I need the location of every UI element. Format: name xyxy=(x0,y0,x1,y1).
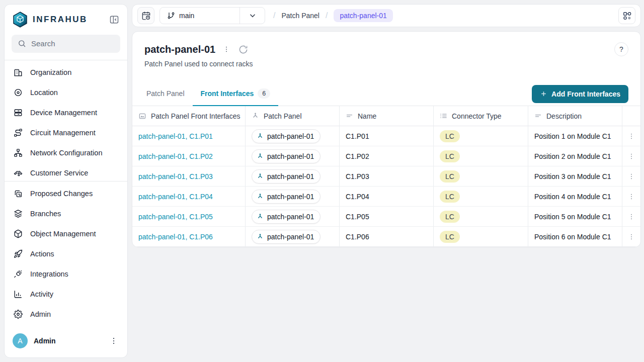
branch-selector-value[interactable]: main xyxy=(160,8,239,24)
kebab-icon xyxy=(109,336,118,345)
page-title: patch-panel-01 xyxy=(144,42,215,57)
sidebar-item-network-configuration[interactable]: Network Configuration xyxy=(9,143,123,163)
row-kebab-button[interactable] xyxy=(626,192,636,202)
hierarchy-icon xyxy=(257,233,264,240)
schema-visualizer-button[interactable] xyxy=(618,7,635,24)
table-row-cell-actions xyxy=(622,227,640,247)
sidebar-item-branches[interactable]: Branches xyxy=(9,204,123,224)
interface-link[interactable]: patch-panel-01, C1.P06 xyxy=(138,233,213,241)
sidebar-item-location[interactable]: Location xyxy=(9,82,123,103)
tab-label: Front Interfaces xyxy=(201,89,254,98)
sidebar-item-customer-service[interactable]: Customer Service xyxy=(9,163,123,181)
sidebar-item-label: Branches xyxy=(30,210,61,218)
server-icon xyxy=(14,108,23,117)
help-button[interactable]: ? xyxy=(614,42,628,56)
patch-panel-chip[interactable]: patch-panel-01 xyxy=(252,149,320,163)
branch-selector-toggle[interactable] xyxy=(239,8,265,24)
patch-panel-chip[interactable]: patch-panel-01 xyxy=(252,129,320,143)
interface-description: Position 3 on Module C1 xyxy=(534,172,611,180)
table-row-cell-actions xyxy=(622,187,640,207)
bar-chart-icon xyxy=(14,290,23,299)
connector-type-badge: LC xyxy=(440,231,460,243)
patch-panel-chip[interactable]: patch-panel-01 xyxy=(252,210,320,224)
table-row-cell-patch-panel: patch-panel-01 xyxy=(246,187,340,207)
table-row-cell-patch-panel: patch-panel-01 xyxy=(246,166,340,187)
hierarchy-icon xyxy=(257,153,264,160)
table-row-cell-display: patch-panel-01, C1.P06 xyxy=(132,227,246,247)
row-kebab-button[interactable] xyxy=(626,212,636,222)
route-icon xyxy=(14,128,23,137)
sidebar-item-label: Network Configuration xyxy=(30,149,102,157)
table-row-cell-name: C1.P05 xyxy=(340,207,434,227)
interface-link[interactable]: patch-panel-01, C1.P04 xyxy=(138,193,213,201)
breadcrumb: / Patch Panel / patch-panel-01 xyxy=(273,9,393,22)
interface-description: Position 6 on Module C1 xyxy=(534,233,611,241)
sidebar-menu-platform: Proposed Changes Branches Object Managem… xyxy=(5,182,127,326)
sidebar-item-circuit-management[interactable]: Circuit Management xyxy=(9,123,123,143)
sidebar-item-label: Organization xyxy=(30,68,71,76)
sidebar-item-integrations[interactable]: Integrations xyxy=(9,264,123,284)
sidebar-item-label: Device Management xyxy=(30,109,97,117)
user-name: Admin xyxy=(34,337,101,345)
table-row-cell-description: Position 1 on Module C1 xyxy=(528,126,622,146)
plug-icon xyxy=(14,269,23,279)
patch-panel-chip[interactable]: patch-panel-01 xyxy=(252,190,320,204)
object-actions-kebab-button[interactable] xyxy=(221,44,231,54)
patch-panel-chip[interactable]: patch-panel-01 xyxy=(252,169,320,184)
interface-link[interactable]: patch-panel-01, C1.P03 xyxy=(138,172,213,180)
sitemap-icon xyxy=(14,148,23,157)
breadcrumb-current-item[interactable]: patch-panel-01 xyxy=(334,9,392,22)
sidebar-item-organization[interactable]: Organization xyxy=(9,62,123,82)
hierarchy-icon xyxy=(257,173,264,180)
interface-name: C1.P06 xyxy=(346,233,369,241)
interface-link[interactable]: patch-panel-01, C1.P05 xyxy=(138,213,213,221)
column-header-label: Patch Panel Front Interfaces xyxy=(151,112,240,120)
refresh-button[interactable] xyxy=(237,44,249,55)
connector-type-badge: LC xyxy=(440,130,460,142)
patch-panel-chip[interactable]: patch-panel-01 xyxy=(252,230,320,244)
sidebar-item-object-management[interactable]: Object Management xyxy=(9,224,123,244)
sidebar-item-label: Admin xyxy=(30,310,51,318)
sidebar: INFRAHUB ^K Organization Location Device… xyxy=(4,4,128,358)
add-front-interfaces-button[interactable]: Add Front Interfaces xyxy=(532,85,628,103)
map-pin-icon xyxy=(14,88,23,97)
column-header-patch-panel: Patch Panel xyxy=(246,106,340,126)
interface-link[interactable]: patch-panel-01, C1.P02 xyxy=(138,152,213,160)
sidebar-item-activity[interactable]: Activity xyxy=(9,284,123,304)
time-travel-button[interactable] xyxy=(137,7,154,24)
search-input[interactable] xyxy=(31,39,131,48)
row-kebab-button[interactable] xyxy=(626,151,636,161)
search-box[interactable]: ^K xyxy=(12,35,120,53)
breadcrumb-section[interactable]: Patch Panel xyxy=(281,12,319,20)
table-row-cell-name: C1.P04 xyxy=(340,187,434,207)
user-menu[interactable]: A Admin xyxy=(5,326,127,357)
git-branch-icon xyxy=(167,12,175,20)
sidebar-item-actions[interactable]: Actions xyxy=(9,244,123,264)
row-kebab-button[interactable] xyxy=(626,131,636,141)
row-kebab-button[interactable] xyxy=(626,171,636,182)
table-row-cell-description: Position 4 on Module C1 xyxy=(528,187,622,207)
tab-count-badge: 6 xyxy=(258,88,270,99)
page-header: patch-panel-01 ? xyxy=(132,32,640,57)
user-kebab-button[interactable] xyxy=(107,334,120,347)
tab-front-interfaces[interactable]: Front Interfaces 6 xyxy=(193,82,279,106)
calendar-clock-icon xyxy=(141,11,151,21)
collapse-sidebar-button[interactable] xyxy=(108,14,120,26)
chip-label: patch-panel-01 xyxy=(267,152,314,160)
align-left-icon xyxy=(346,112,353,120)
tab-patch-panel[interactable]: Patch Panel xyxy=(138,82,193,106)
connector-type-badge: LC xyxy=(440,191,460,203)
interface-name: C1.P04 xyxy=(346,193,369,201)
relationship-card-icon xyxy=(138,112,146,120)
interface-link[interactable]: patch-panel-01, C1.P01 xyxy=(138,132,213,140)
branch-selector[interactable]: main xyxy=(159,7,265,24)
row-kebab-button[interactable] xyxy=(626,232,636,242)
sidebar-item-admin[interactable]: Admin xyxy=(9,304,123,324)
sidebar-item-proposed-changes[interactable]: Proposed Changes xyxy=(9,184,123,204)
table-row-cell-actions xyxy=(622,166,640,187)
connector-type-badge: LC xyxy=(440,150,460,162)
sidebar-item-device-management[interactable]: Device Management xyxy=(9,103,123,123)
content-panel: patch-panel-01 ? Patch Panel used to con… xyxy=(132,31,641,247)
table-row-cell-patch-panel: patch-panel-01 xyxy=(246,227,340,247)
cube-icon xyxy=(14,229,23,238)
